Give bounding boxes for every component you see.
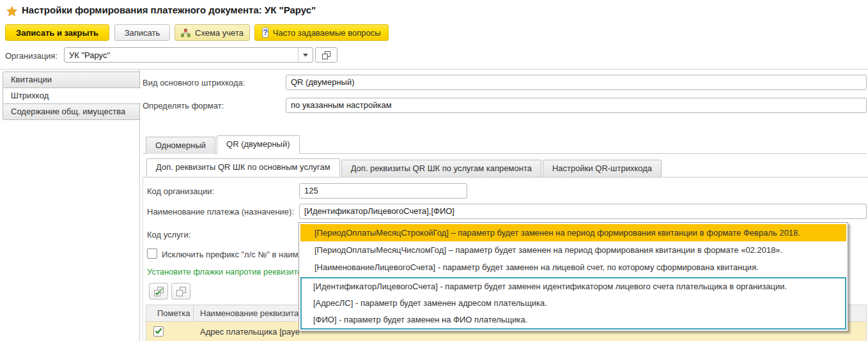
tab-label: Одномерный [155, 140, 206, 150]
organization-dropdown-button[interactable] [298, 48, 313, 62]
dropdown-item-account-id[interactable]: [ИдентификаторЛицевогоСчета] - параметр … [302, 278, 845, 295]
scheme-label: Схема учета [195, 28, 244, 38]
favorite-star-icon[interactable] [6, 6, 17, 19]
subtab-label: Доп. реквизиты QR ШК по услугам капремон… [351, 163, 532, 173]
sidebar-tab-label: Квитанции [11, 75, 52, 84]
subtab-page-border [143, 177, 868, 178]
payment-name-label: Наименование платежа (назначение): [147, 207, 294, 216]
save-button[interactable]: Записать [114, 24, 170, 41]
barcode-kind-input[interactable]: QR (двумерный) [286, 75, 867, 90]
organization-open-button[interactable] [315, 47, 337, 63]
page-title: Настройки формирования платежного докуме… [22, 4, 316, 15]
payment-name-input[interactable]: [ИдентификаторЛицевогоСчета],[ФИО] [299, 204, 867, 219]
tab-odnomerny[interactable]: Одномерный [146, 137, 215, 154]
dropdown-item-fio[interactable]: [ФИО] - параметр будет заменен на ФИО пл… [302, 312, 845, 328]
dropdown-item-period-string[interactable]: [ПериодОплатыМесяцСтрокойГод] – параметр… [300, 224, 846, 241]
organization-input[interactable]: УК "Рарус" [64, 47, 313, 63]
dropdown-item-address[interactable]: [АдресЛС] - параметр будет заменен адрес… [302, 295, 845, 312]
dropdown-framed-group: [ИдентификаторЛицевогоСчета] - параметр … [300, 277, 846, 330]
subtab-page-left-border [143, 177, 143, 341]
param-dropdown: [ПериодОплатыМесяцСтрокойГод] – параметр… [298, 222, 848, 331]
top-separator [0, 69, 868, 70]
tab-qr[interactable]: QR (двумерный) [217, 135, 300, 154]
format-input[interactable]: по указанным настройкам [286, 98, 867, 113]
format-label: Определять формат: [143, 101, 224, 110]
subtab-qr-settings[interactable]: Настройки QR-штрихкода [543, 160, 662, 177]
sidebar-tab-soderzhanie[interactable]: Содержание общ. имущества [3, 103, 140, 120]
org-code-input[interactable]: 125 [299, 183, 467, 199]
sidebar-tab-kvitancii[interactable]: Квитанции [3, 72, 140, 88]
faq-label: Часто задаваемые вопросы [273, 28, 381, 38]
check-all-button[interactable] [149, 283, 168, 299]
org-code-label: Код организации: [147, 186, 214, 196]
sidebar-tab-label: Штрихкод [11, 91, 49, 100]
dropdown-item-account-name[interactable]: [НаименованиеЛицевогоСчета] - параметр б… [300, 259, 846, 276]
exclude-prefix-checkbox[interactable] [147, 248, 157, 259]
column-header-mark[interactable]: Пометка [146, 305, 194, 321]
question-icon: ? [262, 27, 268, 38]
save-close-label: Записать и закрыть [16, 28, 98, 38]
dropdown-item-period-number[interactable]: [ПериодОплатыМесяцЧисломГод] – параметр … [300, 241, 846, 259]
subtab-label: Настройки QR-штрихкода [552, 163, 652, 173]
copy-sheets-icon [176, 286, 187, 297]
save-label: Записать [125, 28, 160, 38]
service-code-label: Код услуги: [147, 230, 190, 239]
faq-button[interactable]: ? Часто задаваемые вопросы [254, 24, 389, 41]
check-all-icon [153, 286, 164, 297]
set-flags-hint: Установите флажки напротив реквизито [147, 267, 302, 277]
scheme-button[interactable]: Схема учета [174, 24, 250, 41]
barcode-kind-label: Вид основного штрихкода: [143, 78, 245, 87]
sidebar-tab-shtrihkod[interactable]: Штрихкод [3, 87, 141, 104]
tab-label: QR (двумерный) [226, 139, 290, 149]
subtab-main-services[interactable]: Доп. реквизиты QR ШК по основным услугам [146, 158, 340, 177]
sidebar-tab-label: Содержание общ. имущества [11, 107, 125, 116]
organization-value: УК "Рарус" [65, 50, 298, 60]
uncheck-all-button[interactable] [171, 283, 190, 299]
organization-label: Организация: [5, 51, 58, 61]
exclude-prefix-label: Исключить префикс "л/с №" в наим [162, 250, 298, 259]
row-checkbox[interactable] [153, 326, 164, 337]
open-form-icon [322, 51, 330, 59]
subtab-kapremont[interactable]: Доп. реквизиты QR ШК по услугам капремон… [341, 160, 541, 177]
subtab-label: Доп. реквизиты QR ШК по основным услугам [156, 162, 330, 172]
save-close-button[interactable]: Записать и закрыть [5, 24, 109, 41]
org-chart-icon [181, 29, 190, 37]
chevron-down-icon [303, 54, 308, 57]
